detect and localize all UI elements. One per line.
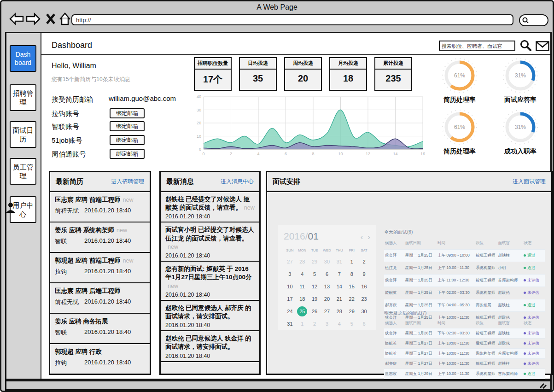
cell-candidate: 伍江龙 (385, 265, 405, 271)
calendar-day[interactable]: 8 (345, 269, 358, 280)
calendar-day[interactable]: 19 (309, 293, 321, 305)
account-label-51job: 51job账号 (52, 136, 82, 145)
calendar-day[interactable]: 11 (296, 281, 309, 293)
calendar-day[interactable]: 31 (333, 256, 345, 268)
calendar-day[interactable]: 4 (296, 269, 309, 280)
link-message-center[interactable]: 进入消息中心 (221, 178, 254, 186)
calendar-day[interactable]: 6 (358, 318, 370, 330)
calendar-day[interactable]: 28 (296, 256, 309, 268)
resume-item[interactable]: 郭现超 应聘 行政拉钩2016.01.20 18:40 (50, 344, 150, 374)
calendar-day[interactable]: 2 (309, 318, 321, 330)
interview-row[interactable]: 匡志宸星期五 1月29日上午 10:00 - 11:30系统构架师首席架构师通过 (384, 369, 545, 379)
calendar-day[interactable]: 6 (321, 269, 333, 280)
calendar-day[interactable]: 17 (284, 293, 296, 305)
resume-item[interactable]: 姜乐 应聘 商务拓展智联2016.01.20 18:40 (50, 314, 150, 344)
calendar-day[interactable]: 28 (333, 306, 345, 317)
calendar-day[interactable]: 25 (297, 306, 307, 316)
calendar-day[interactable]: 26 (309, 306, 321, 317)
calendar-day[interactable]: 14 (333, 281, 345, 293)
calendar-day[interactable]: 24 (284, 306, 296, 317)
forward-icon[interactable] (25, 12, 41, 26)
calendar-day[interactable]: 4 (333, 318, 345, 330)
interview-row[interactable]: 姬献英星期三 1月27日上午 10:00 - 11:30系统构架师首席架构师未评… (384, 349, 545, 359)
calendar-day-cell: 3 (284, 269, 296, 280)
interview-row[interactable]: 侯金泽星期一 1月25日上午 09:00 - 10:00前端工程师赵铁柱通过 (384, 250, 545, 262)
calendar-day[interactable]: 30 (358, 306, 370, 317)
calendar-day[interactable]: 27 (321, 306, 333, 317)
resume-title-line: 姜乐 应聘 商务拓展 (55, 317, 145, 326)
resize-handle-icon[interactable] (539, 383, 547, 389)
home-icon[interactable] (58, 12, 72, 26)
cell-time: 上午 09:00 - 10:00 (437, 253, 476, 258)
status-text: 未评估 (527, 351, 539, 356)
calendar-day[interactable]: 13 (321, 281, 333, 293)
calendar-day[interactable]: 7 (333, 269, 345, 280)
calendar-day[interactable]: 23 (358, 293, 370, 305)
mail-icon[interactable] (536, 41, 549, 51)
calendar-day[interactable]: 1 (296, 318, 309, 330)
interview-row[interactable]: 姬献英星期三 1月27日上午 10:00 - 11:30后端工程师赵欧伦未评估 (384, 339, 545, 349)
calendar-day[interactable]: 12 (309, 281, 321, 293)
calendar-day[interactable]: 29 (345, 306, 358, 317)
bind-email-button-zhoubotong[interactable]: 绑定邮箱 (110, 149, 145, 159)
column-header: 职位 (476, 240, 498, 246)
calendar-day[interactable]: 15 (345, 281, 358, 293)
calendar-day-name: SUN (284, 246, 296, 255)
resume-item[interactable]: 匡志宸 应聘 前端工程师new前程无忧2016.01.20 18:40 (50, 192, 150, 222)
resume-item[interactable]: 郭现超 应聘 前端工程师new拉钩2016.01.20 18:40 (50, 253, 150, 283)
column-header: 面试日期 (405, 321, 437, 326)
search-input[interactable]: 搜索职位、应聘者、面试官 (439, 41, 515, 51)
calendar-day[interactable]: 3 (284, 269, 296, 280)
interview-row[interactable]: 姬献英星期一 1月25日下午 02:00 - 03:30系统构架师赵欧伦未评估 (384, 287, 545, 299)
calendar-day[interactable]: 10 (284, 281, 296, 293)
calendar-day[interactable]: 5 (345, 318, 358, 330)
url-input[interactable]: http:// (71, 14, 513, 25)
message-item[interactable]: 赵铁柱 已经提交了对候选人 姬献英 的面试反馈，请查看。new2016.01.2… (161, 192, 259, 222)
message-item[interactable]: 赵欧伦 已同意候选人 狄金洋 的面试请求，请安排面试。2016.01.20 18… (161, 331, 259, 362)
calendar-day[interactable]: 30 (321, 256, 333, 268)
resume-item[interactable]: 匡志宸 应聘 后端工程师前程无忧2016.01.20 18:40 (50, 283, 150, 314)
message-item[interactable]: 赵欧伦 已同意候选人 郝齐庆 的面试请求，请安排面试。2016.01.20 18… (161, 301, 259, 331)
calendar-day[interactable]: 27 (284, 256, 296, 268)
sidebar-item-employees[interactable]: 员工管理 (10, 158, 36, 185)
calendar-day[interactable]: 21 (333, 293, 345, 305)
sidebar-item-dashboard[interactable]: Dash board (10, 45, 36, 72)
calendar-day[interactable]: 2 (358, 256, 370, 268)
bind-email-button-zhilian[interactable]: 绑定邮箱 (110, 121, 145, 131)
calendar-day-cell: 15 (345, 281, 358, 293)
interview-row[interactable]: 侯金泽星期一 1月25日上午 11:00 - 12:30前端工程师首席架构师未评… (384, 275, 545, 287)
calendar-day[interactable]: 3 (321, 318, 333, 330)
interview-row[interactable]: 伍江龙星期一 1月25日上午 10:00 - 11:30系统构架师小明通过 (384, 262, 545, 275)
calendar-day[interactable]: 5 (309, 269, 321, 280)
calendar-day-cell: 25 (296, 306, 309, 317)
calendar-day[interactable]: 1 (345, 256, 358, 268)
back-icon[interactable] (9, 12, 24, 26)
calendar-day[interactable]: 9 (358, 269, 370, 280)
sidebar-item-recruiting[interactable]: 招聘管理 (10, 84, 36, 111)
message-item[interactable]: 您有新的面试: 姬献英 于 2016年1月27日星期三上午10点00分new20… (161, 262, 259, 301)
resume-title: 姜乐 应聘 商务拓展 (55, 318, 108, 325)
calendar-day[interactable]: 22 (345, 293, 358, 305)
calendar-day[interactable]: 16 (358, 281, 370, 293)
browser-search-button[interactable] (519, 14, 548, 26)
calendar-next-icon[interactable]: › (367, 233, 370, 242)
sidebar-item-interview-calendar[interactable]: 面试日历 (10, 121, 36, 148)
bind-email-button-lagou[interactable]: 绑定邮箱 (110, 108, 145, 118)
interview-row[interactable]: 狄金洋星期二 1月26日下午 02:30 - 03:30前端工程师赵铁柱未评估 (384, 328, 545, 339)
link-recruiting-management[interactable]: 进入招聘管理 (111, 178, 144, 186)
resume-item[interactable]: 姜乐 应聘 系统构架师new智联2016.01.20 18:40 (50, 222, 150, 253)
calendar-day[interactable]: 29 (309, 256, 321, 268)
link-interview-management[interactable]: 进入面试管理 (513, 178, 546, 186)
search-icon[interactable] (519, 39, 532, 52)
calendar-day[interactable]: 18 (296, 293, 309, 305)
bind-email-button-51job[interactable]: 绑定邮箱 (110, 135, 145, 145)
calendar-day-name: WED (321, 246, 333, 255)
interview-row[interactable]: 郝齐庆星期三 1月27日上午 10:00 - 11:30前端工程师赵铁柱未评估 (384, 359, 545, 369)
calendar-day[interactable]: 31 (284, 318, 296, 330)
calendar-prev-icon[interactable]: ‹ (361, 233, 363, 242)
resume-title-line: 姜乐 应聘 系统构架师new (55, 226, 145, 234)
message-item[interactable]: 面试官小明 已经提交了对候选人 伍江龙 的面试反馈，请查看。new2016.01… (161, 222, 259, 262)
close-icon[interactable] (46, 13, 56, 25)
calendar-day[interactable]: 20 (321, 293, 333, 305)
browser-window: A Web Page http:// Dash board 招聘管理 面试日历 … (0, 0, 554, 392)
